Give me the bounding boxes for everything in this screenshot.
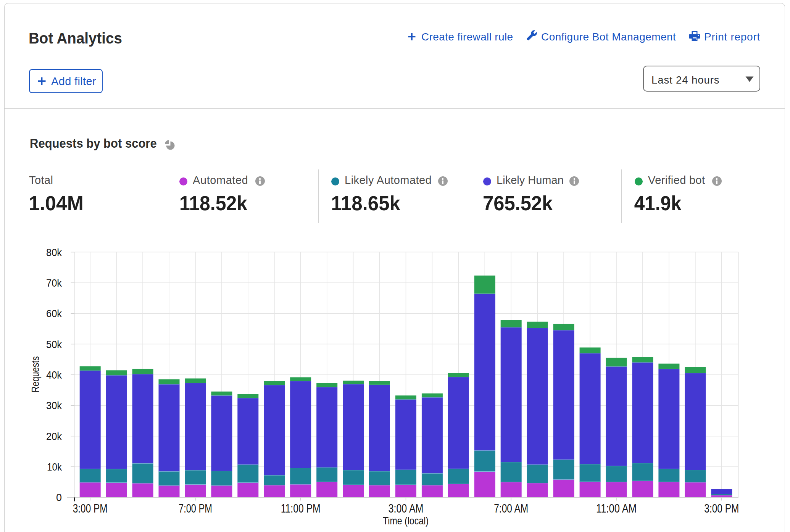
svg-text:30k: 30k: [46, 399, 62, 411]
svg-text:10k: 10k: [47, 461, 62, 473]
svg-text:Requests: Requests: [29, 356, 41, 393]
svg-text:40k: 40k: [46, 369, 62, 381]
svg-text:80k: 80k: [46, 246, 62, 258]
svg-text:3:00 PM: 3:00 PM: [73, 501, 108, 515]
svg-text:7:00 PM: 7:00 PM: [179, 501, 212, 515]
svg-text:Time (local): Time (local): [383, 514, 429, 527]
svg-text:7:00 AM: 7:00 AM: [494, 501, 528, 515]
svg-text:70k: 70k: [46, 277, 62, 289]
svg-text:11:00 AM: 11:00 AM: [596, 501, 637, 515]
svg-text:20k: 20k: [46, 430, 62, 442]
svg-text:0: 0: [56, 491, 62, 503]
svg-text:3:00 AM: 3:00 AM: [389, 501, 424, 515]
svg-text:60k: 60k: [46, 307, 62, 319]
svg-text:11:00 PM: 11:00 PM: [281, 501, 321, 515]
svg-text:3:00 PM: 3:00 PM: [704, 501, 739, 515]
svg-text:50k: 50k: [46, 338, 62, 350]
